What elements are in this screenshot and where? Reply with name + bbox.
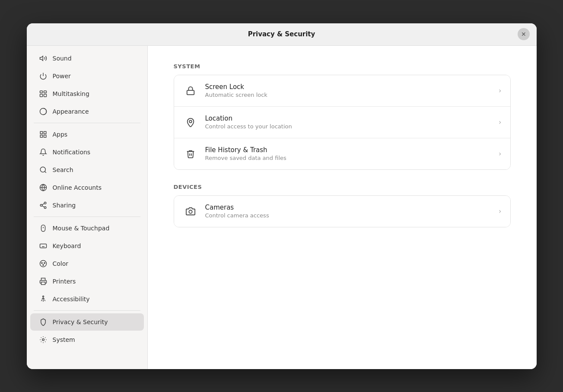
sidebar-item-apps[interactable]: Apps (30, 126, 144, 143)
sidebar-item-label: Multitasking (53, 90, 89, 97)
sidebar-divider (34, 310, 140, 311)
mouse-icon (39, 224, 48, 233)
keyboard-icon (39, 242, 48, 250)
chevron-right-icon: › (499, 86, 501, 95)
svg-line-12 (45, 171, 46, 172)
card-text-location: Location Control access to your location (205, 115, 492, 130)
printers-icon (39, 277, 48, 286)
sidebar-item-label: Printers (53, 278, 76, 285)
sidebar-item-sharing[interactable]: Sharing (30, 197, 144, 214)
card-text-cameras: Cameras Control camera access (205, 204, 492, 219)
sidebar-item-color[interactable]: Color (30, 255, 144, 272)
svg-rect-10 (44, 135, 46, 137)
privacy-icon (39, 318, 48, 326)
power-icon (39, 72, 48, 80)
sidebar-item-power[interactable]: Power (30, 67, 144, 85)
svg-point-15 (44, 202, 46, 204)
card-subtitle-cameras: Control camera access (205, 212, 492, 219)
titlebar: Privacy & Security ✕ (27, 23, 537, 46)
close-button[interactable]: ✕ (518, 28, 530, 40)
sidebar-item-label: Sound (53, 55, 72, 62)
sidebar-item-keyboard[interactable]: Keyboard (30, 237, 144, 255)
accessibility-icon (39, 295, 48, 303)
sound-icon (39, 54, 48, 63)
svg-point-17 (44, 207, 46, 209)
location-icon (183, 115, 198, 130)
sidebar: Sound Power Multitasking Appearance Apps… (27, 46, 148, 369)
card-subtitle-location: Control access to your location (205, 123, 492, 130)
card-subtitle-file-history-trash: Remove saved data and files (205, 155, 492, 161)
svg-line-19 (42, 203, 44, 204)
svg-rect-2 (40, 91, 42, 93)
svg-rect-35 (187, 90, 194, 95)
svg-rect-3 (44, 91, 46, 93)
card-title-cameras: Cameras (205, 204, 492, 211)
sidebar-item-label: Appearance (53, 108, 89, 115)
sidebar-item-label: Privacy & Security (53, 319, 108, 325)
multitasking-icon (39, 89, 48, 98)
card-title-file-history-trash: File History & Trash (205, 146, 492, 154)
sidebar-divider (34, 217, 140, 217)
chevron-right-icon: › (499, 118, 501, 126)
content-area: System Screen Lock Automatic screen lock… (148, 46, 537, 369)
svg-rect-32 (41, 282, 45, 284)
svg-point-37 (189, 210, 192, 213)
notifications-icon (39, 148, 48, 156)
card-item-location[interactable]: Location Control access to your location… (174, 107, 510, 138)
card-subtitle-screen-lock: Automatic screen lock (205, 92, 492, 98)
card-item-file-history-trash[interactable]: File History & Trash Remove saved data a… (174, 138, 510, 169)
svg-rect-8 (44, 131, 46, 134)
sidebar-item-privacy-security[interactable]: Privacy & Security (30, 313, 144, 331)
sidebar-item-label: System (53, 336, 75, 343)
card-title-location: Location (205, 115, 492, 122)
window-title: Privacy & Security (248, 30, 315, 38)
svg-rect-5 (44, 94, 46, 96)
sidebar-item-label: Apps (53, 131, 68, 138)
svg-point-11 (40, 167, 45, 172)
sidebar-item-online-accounts[interactable]: Online Accounts (30, 179, 144, 196)
section-title-devices: Devices (174, 184, 511, 190)
sidebar-item-appearance[interactable]: Appearance (30, 103, 144, 120)
sidebar-item-sound[interactable]: Sound (30, 50, 144, 67)
svg-point-36 (189, 120, 192, 123)
sidebar-item-printers[interactable]: Printers (30, 273, 144, 290)
camera-icon (183, 204, 198, 219)
sidebar-divider (34, 123, 140, 123)
sidebar-item-accessibility[interactable]: Accessibility (30, 290, 144, 308)
sidebar-item-label: Keyboard (53, 242, 81, 249)
online-accounts-icon (39, 183, 48, 192)
sidebar-item-multitasking[interactable]: Multitasking (30, 85, 144, 102)
svg-rect-9 (40, 135, 42, 137)
sidebar-item-label: Online Accounts (53, 184, 102, 191)
search-icon (39, 166, 48, 174)
svg-point-29 (41, 262, 42, 263)
svg-point-34 (42, 338, 44, 341)
svg-rect-4 (40, 94, 42, 96)
sidebar-item-notifications[interactable]: Notifications (30, 143, 144, 161)
card-text-file-history-trash: File History & Trash Remove saved data a… (205, 146, 492, 161)
sidebar-item-label: Sharing (53, 202, 76, 209)
system-icon (39, 335, 48, 344)
svg-rect-7 (40, 131, 42, 134)
section-title-system: System (174, 63, 511, 70)
svg-point-31 (42, 264, 43, 265)
chevron-right-icon: › (499, 150, 501, 158)
card-title-screen-lock: Screen Lock (205, 83, 492, 91)
sidebar-item-system[interactable]: System (30, 331, 144, 348)
sidebar-item-label: Color (53, 260, 69, 267)
card-list-system: Screen Lock Automatic screen lock › Loca… (174, 75, 511, 170)
sidebar-item-mouse-touchpad[interactable]: Mouse & Touchpad (30, 220, 144, 237)
main-layout: Sound Power Multitasking Appearance Apps… (27, 46, 537, 369)
color-icon (39, 259, 48, 268)
card-item-screen-lock[interactable]: Screen Lock Automatic screen lock › (174, 75, 510, 107)
card-item-cameras[interactable]: Cameras Control camera access › (174, 196, 510, 227)
svg-point-16 (40, 204, 42, 206)
sidebar-item-label: Power (53, 73, 71, 80)
sidebar-item-search[interactable]: Search (30, 161, 144, 178)
sidebar-item-label: Accessibility (53, 296, 90, 303)
svg-point-28 (40, 260, 46, 267)
svg-rect-22 (40, 244, 46, 248)
sharing-icon (39, 201, 48, 210)
settings-window: Privacy & Security ✕ Sound Power Multita… (27, 23, 537, 369)
card-list-devices: Cameras Control camera access › (174, 195, 511, 227)
